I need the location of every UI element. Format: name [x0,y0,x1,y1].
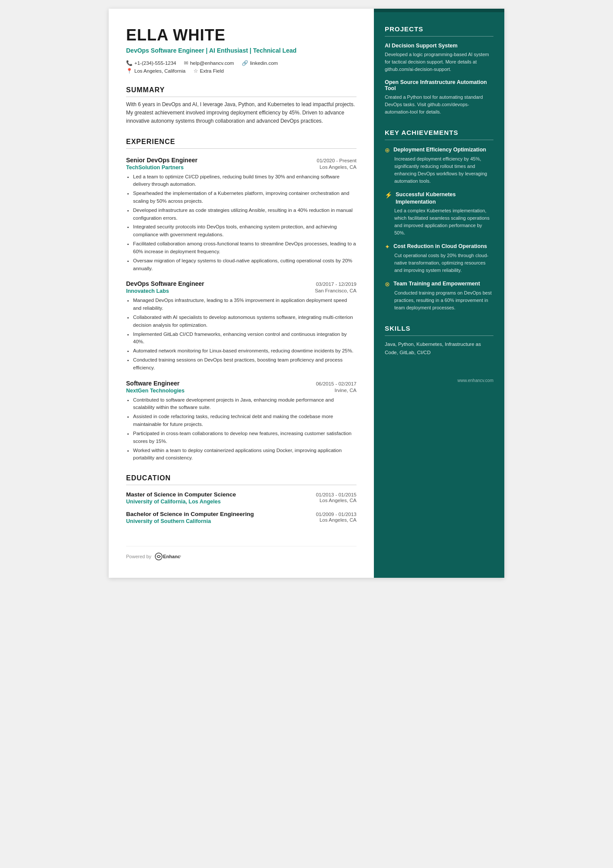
star-icon: ☆ [193,68,198,74]
right-column: PROJECTS AI Decision Support System Deve… [374,9,504,578]
edu-degree-1: Master of Science in Computer Science [126,491,236,498]
edu-dates-2: 01/2009 - 01/2013 [316,512,356,517]
skills-title: SKILLS [385,325,493,336]
edu-school-2: University of Southern California [126,518,211,524]
achievements-title: KEY ACHIEVEMENTS [385,129,493,140]
job-company-row-2: Innovatech Labs San Francisco, CA [126,288,356,294]
achievement-desc-3: Cut operational costs by 20% through clo… [385,252,493,274]
skills-text: Java, Python, Kubernetes, Infrastructure… [385,340,493,356]
resume-wrapper: ELLA WHITE DevOps Software Engineer | AI… [109,9,504,578]
project-title-2: Open Source Infrastructure Automation To… [385,79,493,91]
education-title: EDUCATION [126,474,356,485]
job-company-row-1: TechSolution Partners Los Angeles, CA [126,164,356,171]
edu-header-1: Master of Science in Computer Science 01… [126,491,356,498]
bullet-item: Conducted training sessions on DevOps be… [133,356,356,372]
achievement-desc-2: Led a complex Kubernetes implementation,… [385,207,493,237]
achievement-title-3: Cost Reduction in Cloud Operations [393,243,487,250]
job-bullets-1: Led a team to optimize CI/CD pipelines, … [126,173,356,273]
edu-school-1: University of California, Los Angeles [126,499,221,505]
achievement-icon-2: ⚡ [385,191,392,198]
bullet-item: Contributed to software development proj… [133,396,356,412]
experience-section: EXPERIENCE Senior DevOps Engineer 01/202… [126,138,356,462]
achievement-title-2: Successful Kubernetes Implementation [396,191,493,205]
bullet-item: Worked within a team to deploy container… [133,447,356,462]
bullet-item: Spearheaded the implementation of a Kube… [133,190,356,205]
experience-title: EXPERIENCE [126,138,356,149]
edu-degree-2: Bachelor of Science in Computer Engineer… [126,511,254,517]
header-contact-row2: 📍 Los Angeles, California ☆ Extra Field [126,68,356,74]
bullet-item: Participated in cross-team collaboration… [133,430,356,446]
extra-contact: ☆ Extra Field [193,68,224,74]
bullet-item: Oversaw migration of legacy systems to c… [133,257,356,273]
achievement-header-1: ⊕ Deployment Efficiency Optimization [385,146,493,154]
job-company-2: Innovatech Labs [126,288,169,294]
achievement-icon-3: ✦ [385,243,390,250]
job-bullets-2: Managed DevOps infrastructure, leading t… [126,297,356,372]
candidate-title: DevOps Software Engineer | AI Enthusiast… [126,47,356,54]
edu-school-row-1: University of California, Los Angeles Lo… [126,498,356,505]
location-text: Los Angeles, California [134,68,186,74]
right-footer: www.enhancv.com [385,378,493,383]
achievement-desc-4: Conducted training programs on DevOps be… [385,289,493,312]
achievement-header-2: ⚡ Successful Kubernetes Implementation [385,191,493,205]
projects-title: PROJECTS [385,25,493,37]
achievement-header-4: ⊗ Team Training and Empowerment [385,280,493,288]
phone-icon: 📞 [126,60,133,66]
job-role-3: Software Engineer [126,380,180,387]
powered-by-text: Powered by [126,554,151,559]
bullet-item: Collaborated with AI specialists to deve… [133,314,356,329]
job-dates-1: 01/2020 - Present [317,158,356,163]
summary-section: SUMMARY With 6 years in DevOps and AI, I… [126,86,356,126]
bullet-item: Assisted in code refactoring tasks, redu… [133,413,356,429]
svg-point-0 [155,553,162,560]
job-dates-3: 06/2015 - 02/2017 [316,381,356,386]
bullet-item: Led a team to optimize CI/CD pipelines, … [133,173,356,189]
projects-section: PROJECTS AI Decision Support System Deve… [385,25,493,116]
project-desc-1: Developed a logic programming-based AI s… [385,51,493,73]
location-contact: 📍 Los Angeles, California [126,68,186,74]
achievement-desc-1: Increased deployment efficiency by 45%, … [385,155,493,185]
edu-entry-1: Master of Science in Computer Science 01… [126,491,356,505]
job-entry-2: DevOps Software Engineer 03/2017 - 12/20… [126,280,356,372]
achievement-entry-1: ⊕ Deployment Efficiency Optimization Inc… [385,146,493,185]
job-location-1: Los Angeles, CA [320,164,356,171]
left-footer: Powered by Enhancv [126,546,356,560]
job-role-1: Senior DevOps Engineer [126,157,197,164]
phone-contact: 📞 +1-(234)-555-1234 [126,60,176,66]
job-role-2: DevOps Software Engineer [126,280,204,287]
job-dates-2: 03/2017 - 12/2019 [316,282,356,287]
edu-entry-2: Bachelor of Science in Computer Engineer… [126,511,356,524]
project-desc-2: Created a Python tool for automating sta… [385,94,493,116]
job-location-2: San Francisco, CA [315,288,356,294]
left-column: ELLA WHITE DevOps Software Engineer | AI… [109,9,374,578]
job-bullets-3: Contributed to software development proj… [126,396,356,462]
job-company-row-3: NextGen Technologies Irvine, CA [126,388,356,394]
summary-text: With 6 years in DevOps and AI, I leverag… [126,101,356,126]
bullet-item: Implemented GitLab CI/CD frameworks, enh… [133,331,356,346]
job-company-1: TechSolution Partners [126,164,183,171]
edu-dates-1: 01/2013 - 01/2015 [316,492,356,497]
job-header-1: Senior DevOps Engineer 01/2020 - Present [126,157,356,164]
email-icon: ✉ [184,60,188,66]
bullet-item: Managed DevOps infrastructure, leading t… [133,297,356,312]
edu-location-2: Los Angeles, CA [320,517,356,524]
bullet-item: Developed infrastructure as code strateg… [133,207,356,222]
summary-title: SUMMARY [126,86,356,97]
skills-section: SKILLS Java, Python, Kubernetes, Infrast… [385,325,493,356]
edu-location-1: Los Angeles, CA [320,498,356,505]
job-entry-1: Senior DevOps Engineer 01/2020 - Present… [126,157,356,273]
job-company-3: NextGen Technologies [126,388,185,394]
job-header-2: DevOps Software Engineer 03/2017 - 12/20… [126,280,356,287]
job-header-3: Software Engineer 06/2015 - 02/2017 [126,380,356,387]
website-text: www.enhancv.com [457,378,493,383]
achievement-header-3: ✦ Cost Reduction in Cloud Operations [385,243,493,250]
achievement-entry-4: ⊗ Team Training and Empowerment Conducte… [385,280,493,312]
achievement-title-1: Deployment Efficiency Optimization [393,146,486,153]
linkedin-contact: 🔗 linkedin.com [242,60,278,66]
achievement-icon-1: ⊕ [385,147,390,154]
project-entry-1: AI Decision Support System Developed a l… [385,43,493,73]
phone-number: +1-(234)-555-1234 [134,60,176,66]
email-address: help@enhancv.com [190,60,234,66]
bullet-item: Automated network monitoring for Linux-b… [133,347,356,355]
edu-school-row-2: University of Southern California Los An… [126,517,356,524]
